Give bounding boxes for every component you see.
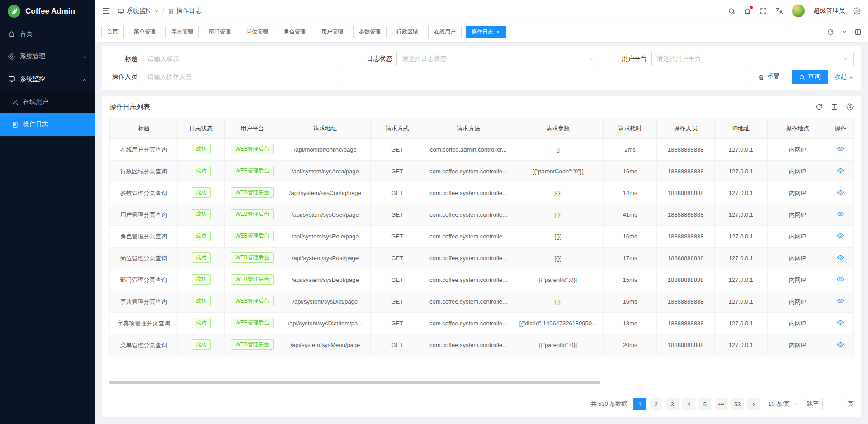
total-count: 共 530 条数据 (590, 400, 627, 408)
view-detail-eye-icon[interactable] (837, 341, 844, 348)
collapse-filters-link[interactable]: 收起 (834, 73, 854, 81)
gear-icon (8, 53, 15, 60)
title-filter-input[interactable] (142, 52, 344, 66)
log-status-select[interactable]: 请选择日志状态 (396, 52, 599, 66)
tab-actions-chevron-down-icon[interactable] (841, 29, 847, 35)
view-detail-eye-icon[interactable] (837, 232, 844, 239)
tab[interactable]: 操作日志× (466, 26, 506, 38)
cell-duration: 16ms (603, 291, 656, 313)
tab-label: 岗位管理 (246, 28, 268, 36)
translate-icon[interactable] (775, 7, 783, 15)
tab[interactable]: 菜单管理 (128, 26, 161, 38)
cell-handler: com.coffee.system.controlle... (424, 161, 513, 182)
user-avatar[interactable] (792, 4, 805, 18)
view-detail-eye-icon[interactable] (837, 210, 844, 218)
row-density-icon[interactable] (831, 103, 838, 110)
view-detail-eye-icon[interactable] (837, 189, 844, 196)
tab-close-icon[interactable]: × (496, 29, 500, 35)
next-page-button[interactable] (747, 398, 760, 410)
page-ellipsis[interactable]: ••• (715, 398, 727, 410)
tab[interactable]: 岗位管理 (241, 26, 274, 38)
username[interactable]: 超级管理员 (813, 7, 845, 15)
page-button[interactable]: 2 (650, 398, 662, 410)
view-detail-eye-icon[interactable] (837, 297, 844, 305)
chevron-up-icon (849, 73, 854, 81)
breadcrumb-operation-log[interactable]: 操作日志 (168, 7, 202, 15)
page-button[interactable]: 53 (731, 398, 744, 410)
cell-duration: 15ms (603, 269, 656, 291)
cell-location: 内网IP (767, 139, 828, 161)
log-table-card: 操作日志列表 (102, 96, 861, 417)
cell-location: 内网IP (767, 204, 828, 226)
cell-method: GET (371, 161, 424, 182)
cell-title: 字典管理分页查询 (110, 291, 178, 313)
notification-bell-icon[interactable] (744, 7, 751, 15)
sidebar-item-system-management[interactable]: 系统管理 (0, 45, 95, 68)
cell-method: GET (371, 139, 424, 161)
tab-label: 在线用户 (434, 28, 456, 36)
cell-actions (828, 161, 853, 182)
view-detail-eye-icon[interactable] (837, 276, 844, 283)
tab[interactable]: 首页 (101, 26, 124, 38)
tab[interactable]: 参数管理 (353, 26, 387, 38)
tab[interactable]: 角色管理 (278, 26, 311, 38)
page-button[interactable]: 5 (698, 398, 711, 410)
cell-method: GET (371, 204, 424, 226)
reset-button[interactable]: 重置 (751, 70, 787, 84)
search-icon[interactable] (728, 7, 736, 15)
sidebar-item-system-monitor[interactable]: 系统监控 (0, 68, 95, 91)
view-detail-eye-icon[interactable] (837, 145, 844, 152)
tab[interactable]: 用户管理 (316, 26, 349, 38)
operator-filter-input[interactable] (142, 70, 344, 84)
chevron-right-icon (751, 401, 756, 408)
sidebar-item-label: 系统管理 (20, 52, 77, 61)
column-header: 日志状态 (178, 118, 225, 139)
tab[interactable]: 字典管理 (165, 26, 199, 38)
view-detail-eye-icon[interactable] (837, 254, 844, 261)
chevron-down-icon (794, 402, 799, 406)
cell-handler: com.coffee.system.controlle... (424, 248, 513, 269)
cell-status: 成功 (178, 334, 225, 356)
sidebar-item-home[interactable]: 首页 (0, 23, 95, 45)
tab[interactable]: 行政区域 (391, 26, 424, 38)
breadcrumb: 系统监控 / 操作日志 (118, 7, 202, 15)
cell-status: 成功 (178, 269, 225, 291)
view-detail-eye-icon[interactable] (837, 319, 844, 326)
page-button[interactable]: 1 (633, 398, 646, 410)
cell-status: 成功 (178, 139, 225, 161)
cell-url: /api/monitor/online/page (280, 139, 370, 161)
column-settings-gear-icon[interactable] (846, 103, 854, 110)
cell-method: GET (371, 182, 424, 204)
page-size-select[interactable]: 10 条/页 (764, 398, 803, 410)
cell-method: GET (371, 269, 424, 291)
view-detail-eye-icon[interactable] (837, 167, 844, 174)
cell-status: 成功 (178, 204, 225, 226)
cell-operator: 18888888888 (657, 248, 715, 269)
sidebar-submenu: 在线用户 操作日志 (0, 91, 95, 136)
cell-params: [{}] (513, 204, 603, 226)
content-fullscreen-icon[interactable] (854, 29, 862, 36)
page-button[interactable]: 3 (666, 398, 679, 410)
refresh-page-icon[interactable] (827, 29, 834, 36)
sidebar-item-online-users[interactable]: 在线用户 (0, 91, 95, 113)
breadcrumb-system-monitor[interactable]: 系统监控 (118, 7, 159, 15)
query-button[interactable]: 查询 (792, 70, 828, 84)
coffee-logo-icon (7, 5, 21, 18)
tab[interactable]: 在线用户 (428, 26, 462, 38)
platform-tag: WEB管理后台 (231, 252, 273, 263)
jump-page-input[interactable] (822, 398, 844, 410)
user-platform-select[interactable]: 请选择用户平台 (651, 52, 854, 66)
horizontal-scrollbar[interactable] (109, 381, 600, 384)
status-tag: 成功 (192, 318, 211, 328)
app-logo: Coffee Admin (0, 0, 95, 23)
settings-gear-icon[interactable] (853, 7, 861, 15)
fullscreen-icon[interactable] (760, 7, 767, 15)
sidebar-item-operation-log[interactable]: 操作日志 (0, 113, 95, 136)
cell-actions (828, 248, 853, 269)
table-refresh-icon[interactable] (816, 103, 823, 110)
page-button[interactable]: 4 (682, 398, 695, 410)
cell-ip: 127.0.0.1 (715, 291, 767, 313)
collapse-sidebar-icon[interactable] (102, 7, 110, 15)
tab-label: 操作日志 (472, 28, 493, 36)
tab[interactable]: 部门管理 (203, 26, 236, 38)
